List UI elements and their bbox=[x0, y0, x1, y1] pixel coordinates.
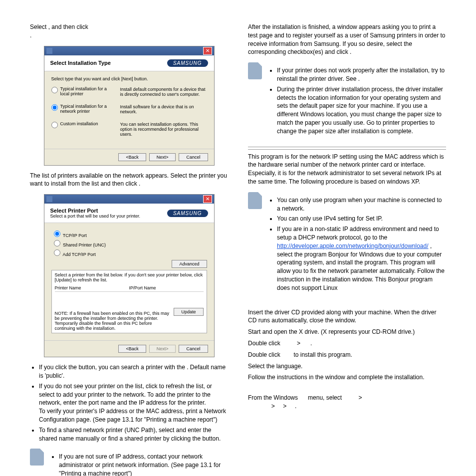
left-note-list: If you are not sure of IP address, conta… bbox=[50, 451, 228, 476]
dialog2-body: TCP/IP Port Shared Printer (UNC) Add TCP… bbox=[44, 223, 214, 340]
port-r1[interactable]: TCP/IP Port bbox=[51, 229, 207, 238]
step6-main: The list of printers available on the ne… bbox=[30, 172, 227, 188]
left-column: Select , and then click . ✕ Select Insta… bbox=[30, 20, 228, 476]
update-button[interactable]: Update bbox=[174, 308, 203, 316]
dialog1-title: Select Installation Type bbox=[50, 60, 111, 66]
is4b: to install this program. bbox=[293, 351, 352, 358]
col-printer-name: Printer Name bbox=[55, 285, 129, 290]
next-button[interactable]: Next> bbox=[149, 345, 176, 353]
close-icon[interactable]: ✕ bbox=[203, 195, 212, 203]
firewall-note: NOTE: If a firewall has been enabled on … bbox=[55, 311, 171, 331]
right-column: After the installation is finished, a wi… bbox=[248, 20, 446, 476]
is3: Double click > . bbox=[248, 339, 446, 348]
radio-opt2[interactable]: Typical installation for a network print… bbox=[51, 104, 116, 114]
sm-sub: > > . bbox=[258, 403, 296, 410]
radio-input-1[interactable] bbox=[51, 87, 58, 93]
dialog1-titlebar: ✕ bbox=[44, 46, 214, 55]
radio-label-3: Custom installation bbox=[60, 121, 98, 126]
printer-list-box: Select a printer from the list below. If… bbox=[51, 270, 207, 333]
step7-end: . bbox=[350, 48, 351, 55]
rn2-b2: You can only use IPv4 setting for Set IP… bbox=[277, 215, 446, 223]
step5-then: , and then click bbox=[48, 23, 88, 30]
cancel-button[interactable]: Cancel bbox=[179, 153, 208, 161]
port-r2[interactable]: Shared Printer (UNC) bbox=[51, 238, 207, 247]
port-radio-list: TCP/IP Port Shared Printer (UNC) Add TCP… bbox=[51, 229, 207, 257]
radio-input-2[interactable] bbox=[51, 104, 58, 111]
sm-e: > bbox=[283, 403, 286, 410]
rn2-b3: If you are in a non-static IP address en… bbox=[277, 225, 446, 292]
port-r2-input[interactable] bbox=[54, 240, 60, 246]
port-r3[interactable]: Add TCP/IP Port bbox=[51, 248, 207, 257]
left-note: If you are not sure of IP address, conta… bbox=[30, 449, 228, 476]
bonjour-link[interactable]: http://developer.apple.com/networking/bo… bbox=[277, 242, 429, 249]
b1a: If you click the bbox=[39, 364, 77, 371]
list-header: Printer Name IP/Port Name bbox=[55, 284, 204, 292]
is6: Follow the instructions in the window an… bbox=[248, 373, 446, 382]
right-note1: If your printer does not work properly a… bbox=[248, 62, 446, 139]
page-columns: Select , and then click . ✕ Select Insta… bbox=[30, 20, 446, 476]
is2b: and open the X drive. (X represents your… bbox=[262, 328, 415, 335]
radio-row-1: Typical installation for a local printer… bbox=[51, 86, 207, 97]
is3b: > bbox=[297, 340, 300, 347]
back-button[interactable]: <Back bbox=[118, 153, 146, 161]
section-rule-1 bbox=[248, 147, 446, 147]
note-icon bbox=[248, 192, 262, 209]
dialog2-title: Select Printer Port bbox=[50, 208, 141, 214]
note-update-row: NOTE: If a firewall has been enabled on … bbox=[55, 308, 204, 331]
port-r2-label: Shared Printer (UNC) bbox=[63, 242, 106, 247]
port-r3-input[interactable] bbox=[54, 249, 60, 256]
radio-input-3[interactable] bbox=[51, 122, 58, 128]
step7-main: After the installation is finished, a wi… bbox=[248, 23, 446, 55]
is5: Select the language. bbox=[248, 362, 446, 371]
list-rows[interactable] bbox=[55, 292, 204, 306]
is2: Start and open the X drive. (X represent… bbox=[248, 328, 446, 336]
b2c: to add your printer to the network. To a… bbox=[39, 391, 211, 407]
rn1-list: If your printer does not work properly a… bbox=[268, 64, 446, 137]
dialog1-instr: Select type that you want and click [Nex… bbox=[51, 76, 207, 81]
next-button[interactable]: Next> bbox=[149, 153, 176, 161]
install-steps: Insert the driver CD provided along with… bbox=[248, 308, 446, 382]
is3a: Double click bbox=[248, 340, 280, 347]
back-button[interactable]: <Back bbox=[118, 345, 146, 353]
is1: Insert the driver CD provided along with… bbox=[248, 308, 446, 325]
setip-intro: This program is for the network IP setti… bbox=[248, 153, 446, 186]
section-rule-2 bbox=[248, 149, 446, 150]
radio-row-2: Typical installation for a network print… bbox=[51, 104, 207, 114]
right-note2: You can only use program when your machi… bbox=[248, 192, 446, 296]
dialog1-sysicon bbox=[46, 48, 52, 54]
step7-text: After the installation is finished, a wi… bbox=[248, 23, 446, 56]
is4: Double click to install this program. bbox=[248, 351, 446, 359]
install-type-dialog: ✕ Select Installation Type SAMSUNG Selec… bbox=[44, 46, 215, 166]
is3c: . bbox=[310, 340, 312, 347]
dialog2-sysicon bbox=[46, 196, 52, 202]
left-b2: If you do not see your printer on the li… bbox=[39, 382, 228, 424]
is4a: Double click bbox=[248, 351, 280, 358]
radio-opt1[interactable]: Typical installation for a local printer bbox=[51, 86, 116, 97]
rn1-b2: During the printer driver installation p… bbox=[277, 85, 446, 136]
b2a: If you do not see your printer on the li… bbox=[39, 383, 157, 390]
rn1-b1a: If your printer does not work properly a… bbox=[277, 67, 445, 82]
left-b3: To find a shared network printer (UNC Pa… bbox=[39, 426, 228, 443]
cancel-button[interactable]: Cancel bbox=[179, 345, 208, 353]
close-icon[interactable]: ✕ bbox=[203, 47, 212, 55]
sm-f: . bbox=[295, 403, 296, 410]
samsung-logo: SAMSUNG bbox=[167, 59, 208, 67]
sm-c: > bbox=[358, 394, 362, 401]
radio-desc-3: You can select installation options. Thi… bbox=[120, 121, 207, 137]
dialog1-header: Select Installation Type SAMSUNG bbox=[44, 55, 214, 71]
port-r1-input[interactable] bbox=[54, 231, 60, 237]
samsung-logo: SAMSUNG bbox=[167, 210, 208, 217]
dialog2-buttons: <Back Next> Cancel bbox=[44, 340, 214, 357]
step6-end: . bbox=[139, 180, 140, 187]
step6-text: The list of printers available on the ne… bbox=[30, 172, 228, 189]
advanced-button[interactable]: Advanced bbox=[172, 260, 207, 268]
port-r1-label: TCP/IP Port bbox=[63, 233, 87, 238]
radio-desc-2: Install software for a device that is on… bbox=[120, 104, 207, 114]
rn1-b1: If your printer does not work properly a… bbox=[277, 66, 446, 83]
radio-opt3[interactable]: Custom installation bbox=[51, 121, 116, 137]
radio-row-3: Custom installation You can select insta… bbox=[51, 121, 207, 137]
start-menu-step: From the Windows menu, select > > > . bbox=[248, 394, 446, 411]
step5-text: Select , and then click . bbox=[30, 23, 228, 40]
dialog2-header: Select Printer Port Select a port that w… bbox=[44, 204, 214, 223]
dialog2-titlebar: ✕ bbox=[44, 195, 214, 204]
